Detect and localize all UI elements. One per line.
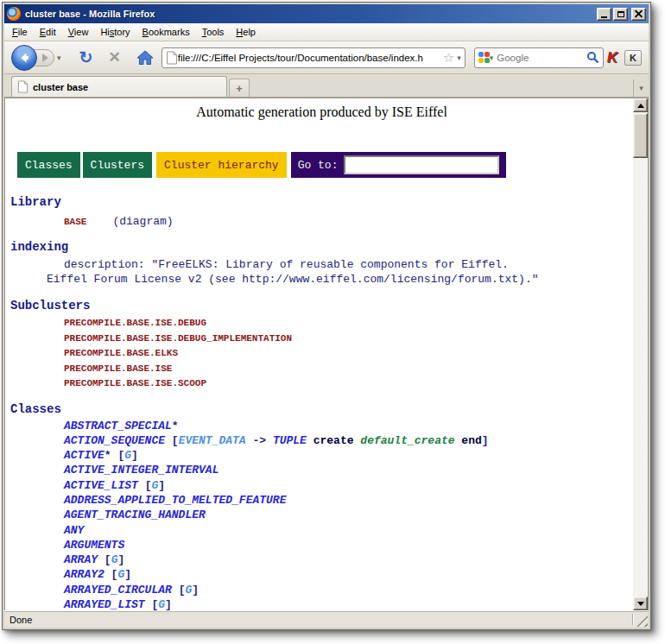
subclusters-list: PRECOMPILE.BASE.ISE.DEBUGPRECOMPILE.BASE… xyxy=(10,316,633,392)
scrollbar-thumb[interactable] xyxy=(633,113,648,158)
indexing-description-line2: Eiffel Forum License v2 (see http://www.… xyxy=(10,272,633,287)
search-box[interactable]: ▾ xyxy=(474,47,604,68)
page-content: Automatic generation produced by ISE Eif… xyxy=(5,98,633,610)
class-item[interactable]: ANY xyxy=(10,523,633,538)
status-text: Done xyxy=(4,615,32,625)
doc-button-classes[interactable]: Classes xyxy=(17,152,80,178)
page-title: Automatic generation produced by ISE Eif… xyxy=(10,98,633,120)
search-input[interactable] xyxy=(497,53,586,63)
class-item[interactable]: ADDRESS_APPLIED_TO_MELTED_FEATURE xyxy=(10,493,633,508)
close-button[interactable] xyxy=(631,8,646,21)
status-separator xyxy=(632,614,633,625)
menu-help[interactable]: Help xyxy=(230,24,262,40)
page-icon xyxy=(166,51,178,65)
class-item[interactable]: ARGUMENTS xyxy=(10,538,633,552)
bookmark-star-icon[interactable]: ☆ xyxy=(443,50,454,66)
menu-file[interactable]: File xyxy=(6,24,34,40)
class-item[interactable]: ABSTRACT_SPECIAL* xyxy=(10,419,633,433)
menu-edit[interactable]: Edit xyxy=(34,24,62,40)
google-icon[interactable] xyxy=(478,52,490,63)
subcluster-link[interactable]: PRECOMPILE.BASE.ISE.SCOOP xyxy=(10,376,633,392)
menu-tools[interactable]: Tools xyxy=(196,24,231,40)
library-line: BASE(diagram) xyxy=(10,213,633,229)
classes-heading: Classes xyxy=(10,402,633,416)
close-icon xyxy=(635,10,643,18)
doc-button-clusters[interactable]: Clusters xyxy=(83,152,152,178)
scroll-up-button[interactable] xyxy=(633,98,648,112)
tab-list-button[interactable]: ▾ xyxy=(633,79,649,97)
goto-input[interactable] xyxy=(344,155,499,174)
history-dropdown-icon[interactable]: ▾ xyxy=(57,54,61,62)
minimize-button[interactable] xyxy=(597,8,611,21)
class-item[interactable]: ARRAYED_CIRCULAR [G] xyxy=(10,583,633,597)
doc-button-cluster-hierarchy[interactable]: Cluster hierarchy xyxy=(156,152,287,178)
class-item[interactable]: ACTION_SEQUENCE [EVENT_DATA -> TUPLE cre… xyxy=(10,433,633,448)
url-input[interactable] xyxy=(178,53,440,63)
k-button-label: K xyxy=(630,53,636,63)
scroll-down-button[interactable] xyxy=(633,597,648,610)
stop-button[interactable]: ✕ xyxy=(108,50,120,65)
status-bar: Done xyxy=(4,610,649,628)
tab-list-dropdown-icon: ▾ xyxy=(639,84,643,92)
goto-label: Go to: xyxy=(298,159,339,172)
tab-page-icon xyxy=(17,80,28,93)
doc-nav-buttons: ClassesClustersCluster hierarchy Go to: xyxy=(17,152,633,178)
url-bar[interactable]: ☆ ▾ xyxy=(162,47,466,68)
tab-bar: cluster base + ▾ xyxy=(4,74,649,98)
class-item[interactable]: ACTIVE* [G] xyxy=(10,448,633,463)
firefox-icon xyxy=(7,7,21,21)
vertical-scrollbar[interactable] xyxy=(633,98,648,610)
search-engine-dropdown-icon[interactable]: ▾ xyxy=(490,54,494,62)
class-item[interactable]: ACTIVE_LIST [G] xyxy=(10,478,633,493)
subcluster-link[interactable]: PRECOMPILE.BASE.ISE.DEBUG xyxy=(10,316,633,331)
subclusters-heading: Subclusters xyxy=(10,299,633,313)
class-item[interactable]: ARRAY [G] xyxy=(10,552,633,567)
back-button[interactable] xyxy=(11,45,37,71)
subcluster-link[interactable]: PRECOMPILE.BASE.ISE.DEBUG_IMPLEMENTATION xyxy=(10,331,633,347)
minimize-icon xyxy=(601,16,607,18)
search-icon[interactable] xyxy=(586,51,599,64)
class-item[interactable]: ACTIVE_INTEGER_INTERVAL xyxy=(10,463,633,477)
menu-history[interactable]: History xyxy=(94,24,136,40)
tab-cluster-base[interactable]: cluster base xyxy=(11,76,227,97)
class-item[interactable]: ARRAY2 [G] xyxy=(10,567,633,582)
indexing-heading: indexing xyxy=(10,240,633,254)
subcluster-link[interactable]: PRECOMPILE.BASE.ELKS xyxy=(10,346,633,362)
scroll-up-icon xyxy=(637,104,644,108)
plus-icon: + xyxy=(236,82,243,95)
home-button[interactable] xyxy=(136,50,154,66)
menu-bookmarks[interactable]: Bookmarks xyxy=(136,24,196,40)
scroll-down-icon xyxy=(637,602,644,606)
indexing-description-line1: description: "FreeELKS: Library of reusa… xyxy=(10,257,633,272)
menu-bar: FileEditViewHistoryBookmarksToolsHelp xyxy=(4,23,649,41)
subcluster-link[interactable]: PRECOMPILE.BASE.ISE xyxy=(10,362,633,377)
window-title: cluster base - Mozilla Firefox xyxy=(25,9,595,19)
page-viewport: Automatic generation produced by ISE Eif… xyxy=(4,98,649,610)
maximize-button[interactable] xyxy=(613,8,628,21)
browser-window: cluster base - Mozilla Firefox FileEditV… xyxy=(2,2,651,630)
back-forward-group: ▾ xyxy=(11,45,61,71)
k-toolbar-button[interactable]: K xyxy=(624,50,642,66)
reload-button[interactable]: ↻ xyxy=(79,49,93,66)
library-base-link[interactable]: BASE xyxy=(64,217,86,227)
goto-block: Go to: xyxy=(291,152,507,178)
classes-list: ABSTRACT_SPECIAL*ACTION_SEQUENCE [EVENT_… xyxy=(10,419,633,611)
resize-grip[interactable] xyxy=(636,616,648,627)
tab-label: cluster base xyxy=(33,82,88,92)
back-arrow-icon xyxy=(17,51,31,65)
url-dropdown-icon[interactable]: ▾ xyxy=(457,54,461,62)
menu-view[interactable]: View xyxy=(62,24,95,40)
class-item[interactable]: ARRAYED_LIST [G] xyxy=(10,597,633,610)
forward-arrow-icon xyxy=(42,54,48,62)
kaspersky-icon[interactable]: K xyxy=(607,49,618,66)
library-diagram-link[interactable]: (diagram) xyxy=(112,215,173,228)
class-item[interactable]: AGENT_TRACING_HANDLER xyxy=(10,508,633,522)
navigation-toolbar: ▾ ↻ ✕ ☆ ▾ ▾ K K xyxy=(4,41,649,74)
new-tab-button[interactable]: + xyxy=(229,79,250,97)
library-heading: Library xyxy=(10,195,633,209)
maximize-icon xyxy=(618,11,624,17)
title-bar[interactable]: cluster base - Mozilla Firefox xyxy=(4,4,649,23)
